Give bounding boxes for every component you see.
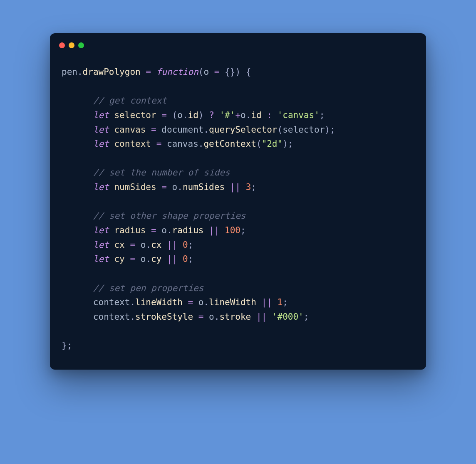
code-token: (	[172, 110, 178, 120]
code-editor[interactable]: pen.drawPolygon = function(o = {}) { // …	[50, 48, 426, 353]
code-token	[109, 225, 114, 235]
code-token	[161, 240, 167, 250]
code-token: .	[203, 125, 209, 135]
code-token: ;	[320, 110, 325, 120]
code-token	[204, 110, 209, 120]
code-token: let	[93, 254, 109, 264]
code-token	[109, 254, 114, 264]
code-token	[167, 110, 172, 120]
code-token: let	[93, 110, 109, 120]
code-token: 'canvas'	[278, 110, 320, 120]
code-token: o	[141, 240, 146, 250]
code-token: querySelector	[209, 125, 277, 135]
code-token	[203, 312, 209, 322]
code-token: =	[156, 139, 162, 149]
code-token: lineWidth	[135, 297, 183, 307]
code-token: 0	[183, 240, 188, 250]
code-token: id	[188, 110, 198, 120]
code-token: let	[93, 125, 109, 135]
code-token: context	[93, 297, 130, 307]
code-token: 3	[246, 182, 251, 192]
code-token	[141, 67, 146, 77]
code-token	[251, 312, 256, 322]
code-token: canvas	[167, 139, 198, 149]
code-token: .	[146, 254, 151, 264]
code-token: let	[93, 240, 109, 250]
code-token: .	[177, 182, 183, 192]
code-token	[214, 110, 220, 120]
code-token	[146, 225, 151, 235]
code-token: =	[130, 254, 135, 264]
code-token	[109, 240, 114, 250]
code-token: .	[246, 110, 251, 120]
code-token: ;	[188, 254, 193, 264]
code-token: =	[198, 312, 204, 322]
code-token	[109, 182, 114, 192]
code-token: getContext	[203, 139, 256, 149]
code-token	[161, 254, 167, 264]
code-token: .	[198, 139, 204, 149]
code-comment: // set pen properties	[93, 283, 204, 293]
code-token	[219, 225, 225, 235]
code-token: =	[151, 125, 156, 135]
code-token: o	[203, 67, 209, 77]
code-token: ||	[256, 312, 267, 322]
code-token: selector	[114, 110, 156, 120]
code-token: .	[214, 312, 220, 322]
code-token	[262, 110, 267, 120]
close-icon[interactable]	[59, 42, 65, 48]
code-token: ;	[330, 125, 335, 135]
code-token	[146, 125, 151, 135]
window-titlebar	[50, 33, 426, 48]
code-token: =	[130, 240, 135, 250]
code-token: lineWidth	[209, 297, 256, 307]
code-token: ;	[288, 139, 293, 149]
code-token	[151, 67, 156, 77]
code-token: {}	[225, 67, 235, 77]
code-token: ;	[304, 312, 309, 322]
code-token: ;	[188, 240, 193, 250]
zoom-icon[interactable]	[78, 42, 84, 48]
code-token: (	[198, 67, 204, 77]
code-token	[272, 110, 278, 120]
code-comment: // set the number of sides	[93, 168, 230, 178]
code-token	[177, 254, 183, 264]
code-token: "2d"	[262, 139, 283, 149]
code-window: pen.drawPolygon = function(o = {}) { // …	[50, 33, 426, 370]
code-token	[256, 297, 262, 307]
code-token: 0	[183, 254, 188, 264]
code-token: ||	[167, 240, 177, 250]
code-comment: // set other shape properties	[93, 211, 246, 221]
code-token: let	[93, 225, 109, 235]
code-token	[151, 139, 156, 149]
code-token: strokeStyle	[135, 312, 193, 322]
code-token	[156, 225, 162, 235]
code-token: )	[235, 67, 240, 77]
code-token: radius	[114, 225, 146, 235]
code-token: .	[130, 297, 135, 307]
code-token: (	[256, 139, 262, 149]
code-token: =	[151, 225, 156, 235]
code-token	[125, 240, 130, 250]
code-token: .	[203, 297, 209, 307]
minimize-icon[interactable]	[69, 42, 74, 48]
code-token: .	[77, 67, 83, 77]
code-token: ||	[262, 297, 272, 307]
code-token	[135, 254, 141, 264]
code-token	[193, 297, 198, 307]
code-token	[161, 139, 167, 149]
code-token: .	[183, 110, 188, 120]
code-token: .	[146, 240, 151, 250]
code-token	[156, 110, 162, 120]
code-token	[267, 312, 272, 322]
code-token: cy	[114, 254, 124, 264]
code-token: numSides	[114, 182, 156, 192]
code-token	[109, 125, 114, 135]
code-token: o	[209, 312, 214, 322]
code-token	[193, 312, 198, 322]
code-token: ||	[167, 254, 177, 264]
code-token: pen	[62, 67, 77, 77]
code-token: context	[93, 312, 130, 322]
code-token: }	[62, 341, 67, 350]
code-token: (	[277, 125, 283, 135]
